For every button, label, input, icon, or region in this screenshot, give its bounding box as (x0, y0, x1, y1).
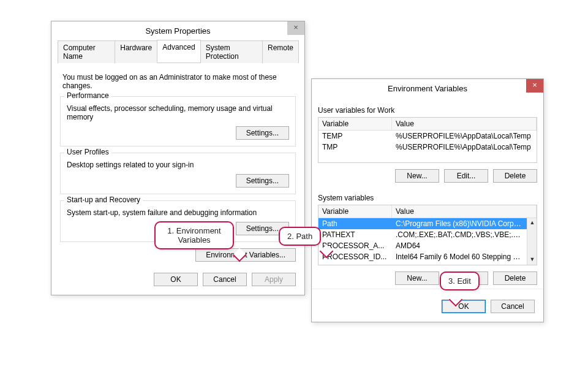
cancel-button[interactable]: Cancel (491, 300, 535, 313)
close-icon[interactable]: × (287, 21, 304, 35)
system-properties-tabs: Computer Name Hardware Advanced System P… (58, 40, 298, 63)
callout-text: 1. Environment Variables (167, 226, 221, 245)
user-profiles-group: User Profiles Desktop settings related t… (60, 153, 296, 194)
performance-title: Performance (64, 91, 111, 100)
sys-col-value[interactable]: Value (392, 205, 537, 218)
sys-var-name: PATHEXT (318, 229, 392, 240)
performance-group: Performance Visual effects, processor sc… (60, 96, 296, 146)
scrollbar[interactable]: ▲ ▼ (527, 218, 537, 265)
environment-variables-window: Environment Variables × User variables f… (311, 78, 544, 322)
sys-col-variable[interactable]: Variable (318, 205, 392, 218)
callout-text: 3. Edit (448, 276, 471, 286)
envvars-titlebar: Environment Variables × (312, 79, 543, 97)
envvars-footer: OK Cancel (312, 295, 543, 322)
callout-environment-variables: 1. Environment Variables (154, 221, 234, 249)
system-new-button[interactable]: New... (395, 271, 439, 285)
admin-instruction: You must be logged on as an Administrato… (62, 73, 296, 90)
tab-computer-name[interactable]: Computer Name (58, 40, 115, 63)
system-variables-section: System variables Variable Value Path C:\… (318, 194, 537, 265)
callout-edit: 3. Edit (440, 271, 480, 290)
system-properties-window: System Properties × Computer Name Hardwa… (51, 21, 305, 295)
performance-text: Visual effects, processor scheduling, me… (67, 104, 289, 121)
user-profiles-title: User Profiles (64, 148, 111, 156)
tab-hardware[interactable]: Hardware (115, 40, 157, 63)
user-profiles-text: Desktop settings related to your sign-in (67, 161, 289, 169)
user-col-variable[interactable]: Variable (318, 118, 392, 130)
startup-recovery-text: System start-up, system failure and debu… (67, 208, 289, 217)
table-row[interactable]: PROCESSOR_A... AMD64 (318, 240, 527, 251)
ok-button[interactable]: OK (442, 300, 486, 313)
system-properties-footer: OK Cancel Apply (51, 268, 304, 295)
system-variables-label: System variables (318, 194, 537, 202)
table-row[interactable]: PATHEXT .COM;.EXE;.BAT;.CMD;.VBS;.VBE;.J… (318, 229, 527, 240)
user-delete-button[interactable]: Delete (493, 169, 537, 183)
tab-advanced[interactable]: Advanced (157, 40, 200, 63)
user-variables-buttons: New... Edit... Delete (318, 169, 537, 183)
cancel-button[interactable]: Cancel (203, 273, 247, 286)
user-variables-label: User variables for Work (318, 106, 537, 115)
sys-var-value: .COM;.EXE;.BAT;.CMD;.VBS;.VBE;.JS;... (392, 229, 527, 240)
callout-path: 2. Path (279, 227, 321, 246)
callout-text: 2. Path (287, 232, 312, 241)
tab-remote[interactable]: Remote (262, 40, 299, 63)
scroll-down-icon[interactable]: ▼ (527, 255, 537, 265)
user-variables-table[interactable]: Variable Value TEMP %USERPROFILE%\AppDat… (318, 117, 537, 163)
user-var-value: %USERPROFILE%\AppData\Local\Temp (392, 131, 537, 142)
performance-settings-button[interactable]: Settings... (236, 126, 289, 140)
ok-button[interactable]: OK (154, 273, 198, 286)
user-profiles-settings-button[interactable]: Settings... (236, 174, 289, 188)
scroll-up-icon[interactable]: ▲ (527, 218, 537, 228)
system-delete-button[interactable]: Delete (493, 271, 537, 285)
table-row[interactable]: PROCESSOR_ID... Intel64 Family 6 Model 6… (318, 251, 527, 262)
close-icon[interactable]: × (526, 79, 543, 93)
startup-recovery-title: Start-up and Recovery (64, 195, 143, 204)
user-var-value: %USERPROFILE%\AppData\Local\Temp (392, 142, 537, 153)
sys-var-name: Path (318, 218, 392, 229)
user-edit-button[interactable]: Edit... (444, 169, 488, 183)
user-var-name: TEMP (318, 131, 392, 142)
envvars-title: Environment Variables (388, 84, 467, 93)
tab-system-protection[interactable]: System Protection (200, 40, 263, 63)
sys-var-value: Intel64 Family 6 Model 60 Stepping 1, G.… (392, 251, 527, 262)
system-variables-table[interactable]: Variable Value Path C:\Program Files (x8… (318, 205, 537, 265)
user-var-name: TMP (318, 142, 392, 153)
system-properties-titlebar: System Properties × (51, 21, 304, 40)
table-row[interactable]: TMP %USERPROFILE%\AppData\Local\Temp (318, 142, 537, 153)
table-row[interactable]: Path C:\Program Files (x86)\NVIDIA Corpo… (318, 218, 527, 229)
system-variables-buttons: New... Edit... Delete (318, 271, 537, 285)
user-col-value[interactable]: Value (392, 118, 537, 130)
user-new-button[interactable]: New... (395, 169, 439, 183)
sys-var-value: C:\Program Files (x86)\NVIDIA Corpora... (392, 218, 527, 229)
sys-var-value: AMD64 (392, 240, 527, 251)
table-row[interactable]: TEMP %USERPROFILE%\AppData\Local\Temp (318, 131, 537, 142)
user-variables-section: User variables for Work Variable Value T… (318, 106, 537, 163)
system-properties-title: System Properties (145, 26, 210, 36)
apply-button[interactable]: Apply (252, 273, 296, 286)
